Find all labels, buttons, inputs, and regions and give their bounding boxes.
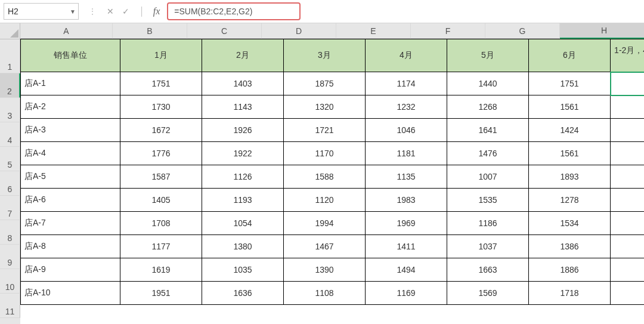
row-header-11[interactable]: 11 bbox=[0, 294, 20, 318]
cell-unit[interactable]: 店A-9 bbox=[20, 258, 120, 282]
cell-m2[interactable]: 1126 bbox=[202, 165, 284, 189]
cell-m6[interactable]: 1751 bbox=[529, 72, 611, 95]
column-header-B[interactable]: B bbox=[113, 23, 187, 39]
cell-m1[interactable]: 1730 bbox=[120, 95, 202, 119]
cell-total[interactable]: 6034 bbox=[611, 258, 644, 282]
cell-m4[interactable]: 1174 bbox=[366, 72, 447, 95]
cell-m6[interactable]: 1718 bbox=[529, 282, 611, 305]
cell-m3[interactable]: 1108 bbox=[284, 282, 366, 305]
header-total[interactable]: 1-2月，4月以及6月的销售合计 bbox=[611, 39, 644, 72]
cell-m1[interactable]: 1405 bbox=[120, 189, 202, 212]
row-header-1[interactable]: 1 bbox=[0, 39, 20, 73]
header-unit[interactable]: 销售单位 bbox=[20, 39, 120, 72]
cell-m4[interactable]: 1232 bbox=[366, 95, 447, 119]
cell-m6[interactable]: 1534 bbox=[529, 212, 611, 235]
cell-m5[interactable]: 1268 bbox=[447, 95, 529, 119]
header-m6[interactable]: 6月 bbox=[529, 39, 611, 72]
cell-m2[interactable]: 1054 bbox=[202, 212, 284, 235]
cell-m2[interactable]: 1922 bbox=[202, 142, 284, 165]
column-header-G[interactable]: G bbox=[485, 23, 560, 39]
cell-m2[interactable]: 1403 bbox=[202, 72, 284, 95]
cell-m3[interactable]: 1170 bbox=[284, 142, 366, 165]
cell-m4[interactable]: 1169 bbox=[366, 282, 447, 305]
cell-unit[interactable]: 店A-7 bbox=[20, 212, 120, 235]
cell-m4[interactable]: 1983 bbox=[366, 189, 447, 212]
cell-unit[interactable]: 店A-3 bbox=[20, 119, 120, 142]
cell-m5[interactable]: 1476 bbox=[447, 142, 529, 165]
cell-m2[interactable]: 1035 bbox=[202, 258, 284, 282]
cell-m1[interactable]: 1776 bbox=[120, 142, 202, 165]
cell-m4[interactable]: 1494 bbox=[366, 258, 447, 282]
cell-m4[interactable]: 1135 bbox=[366, 165, 447, 189]
header-m1[interactable]: 1月 bbox=[120, 39, 202, 72]
row-header-10[interactable]: 10 bbox=[0, 269, 20, 294]
fx-icon[interactable]: fx bbox=[153, 6, 160, 17]
cell-total[interactable]: 5354 bbox=[611, 235, 644, 258]
cell-m5[interactable]: 1535 bbox=[447, 189, 529, 212]
row-header-7[interactable]: 7 bbox=[0, 196, 20, 220]
cell-m3[interactable]: 1994 bbox=[284, 212, 366, 235]
header-m5[interactable]: 5月 bbox=[447, 39, 529, 72]
cell-total[interactable]: 5666 bbox=[611, 95, 644, 119]
header-m3[interactable]: 3月 bbox=[284, 39, 366, 72]
chevron-down-icon[interactable]: ▼ bbox=[70, 8, 76, 15]
cell-m3[interactable]: 1875 bbox=[284, 72, 366, 95]
cell-m1[interactable]: 1619 bbox=[120, 258, 202, 282]
row-header-5[interactable]: 5 bbox=[0, 147, 20, 171]
cell-m1[interactable]: 1177 bbox=[120, 235, 202, 258]
cell-total[interactable]: 6265 bbox=[611, 212, 644, 235]
cell-m1[interactable]: 1587 bbox=[120, 165, 202, 189]
select-all-corner[interactable] bbox=[0, 23, 20, 39]
cell-total[interactable]: 5741 bbox=[611, 165, 644, 189]
row-header-9[interactable]: 9 bbox=[0, 245, 20, 269]
cell-m1[interactable]: 1708 bbox=[120, 212, 202, 235]
cell-m6[interactable]: 1424 bbox=[529, 119, 611, 142]
cell-m6[interactable]: 1386 bbox=[529, 235, 611, 258]
cell-m2[interactable]: 1636 bbox=[202, 282, 284, 305]
cell-unit[interactable]: 店A-10 bbox=[20, 282, 120, 305]
cell-m3[interactable]: 1320 bbox=[284, 95, 366, 119]
cell-m1[interactable]: 1951 bbox=[120, 282, 202, 305]
cell-unit[interactable]: 店A-6 bbox=[20, 189, 120, 212]
cell-m3[interactable]: 1467 bbox=[284, 235, 366, 258]
cell-m4[interactable]: 1046 bbox=[366, 119, 447, 142]
column-header-H[interactable]: H bbox=[560, 23, 644, 39]
cell-m5[interactable]: 1440 bbox=[447, 72, 529, 95]
cell-m5[interactable]: 1007 bbox=[447, 165, 529, 189]
cell-unit[interactable]: 店A-4 bbox=[20, 142, 120, 165]
row-header-8[interactable]: 8 bbox=[0, 220, 20, 245]
cell-total[interactable]: 6440 bbox=[611, 142, 644, 165]
column-header-D[interactable]: D bbox=[262, 23, 336, 39]
cell-m4[interactable]: 1181 bbox=[366, 142, 447, 165]
row-header-6[interactable]: 6 bbox=[0, 171, 20, 196]
cell-unit[interactable]: 店A-2 bbox=[20, 95, 120, 119]
cell-m3[interactable]: 1390 bbox=[284, 258, 366, 282]
cell-m2[interactable]: 1926 bbox=[202, 119, 284, 142]
cell-m5[interactable]: 1663 bbox=[447, 258, 529, 282]
column-header-A[interactable]: A bbox=[20, 23, 113, 39]
cell-m6[interactable]: 1561 bbox=[529, 95, 611, 119]
cell-m2[interactable]: 1143 bbox=[202, 95, 284, 119]
cell-unit[interactable]: 店A-8 bbox=[20, 235, 120, 258]
cell-m3[interactable]: 1721 bbox=[284, 119, 366, 142]
name-box[interactable]: H2 ▼ bbox=[4, 3, 79, 20]
column-header-E[interactable]: E bbox=[336, 23, 411, 39]
cell-m1[interactable]: 1672 bbox=[120, 119, 202, 142]
cell-m4[interactable]: 1411 bbox=[366, 235, 447, 258]
cell-m2[interactable]: 1380 bbox=[202, 235, 284, 258]
cell-m1[interactable]: 1751 bbox=[120, 72, 202, 95]
cell-total[interactable]: 6079 bbox=[611, 72, 644, 95]
cell-m3[interactable]: 1588 bbox=[284, 165, 366, 189]
cell-m5[interactable]: 1037 bbox=[447, 235, 529, 258]
formula-input[interactable]: =SUM(B2:C2,E2,G2) bbox=[167, 2, 301, 20]
cell-unit[interactable]: 店A-5 bbox=[20, 165, 120, 189]
cell-unit[interactable]: 店A-1 bbox=[20, 72, 120, 95]
cell-m2[interactable]: 1193 bbox=[202, 189, 284, 212]
cell-m6[interactable]: 1278 bbox=[529, 189, 611, 212]
cell-m6[interactable]: 1886 bbox=[529, 258, 611, 282]
cell-m5[interactable]: 1186 bbox=[447, 212, 529, 235]
row-header-3[interactable]: 3 bbox=[0, 98, 20, 122]
header-m2[interactable]: 2月 bbox=[202, 39, 284, 72]
cell-total[interactable]: 6474 bbox=[611, 282, 644, 305]
cell-m6[interactable]: 1561 bbox=[529, 142, 611, 165]
